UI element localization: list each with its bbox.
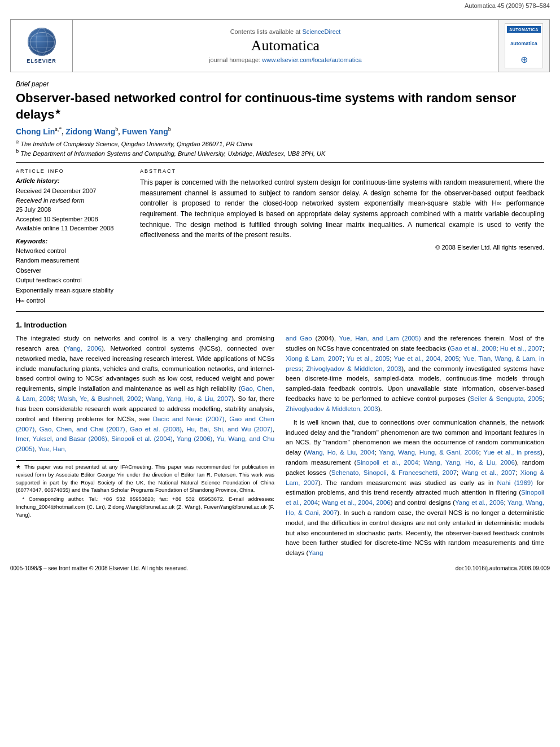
received-date: Received 24 December 2007 bbox=[16, 186, 129, 196]
elsevier-globe-icon bbox=[28, 28, 56, 56]
homepage-link[interactable]: www.elsevier.com/locate/automatica bbox=[262, 56, 362, 63]
copyright-line: © 2008 Elsevier Ltd. All rights reserved… bbox=[140, 244, 544, 251]
elsevier-logo: ELSEVIER bbox=[11, 20, 73, 72]
section-1: 1. Introduction The integrated study on … bbox=[16, 321, 544, 558]
section-1-col2-p1: and Gao (2004), Yue, Han, and Lam (2005)… bbox=[286, 334, 544, 414]
citation-line: Automatica 45 (2009) 578–584 bbox=[0, 0, 560, 9]
keywords-label: Keywords: bbox=[16, 238, 129, 244]
svg-point-0 bbox=[28, 28, 55, 55]
article-info-column: ARTICLE INFO Article history: Received 2… bbox=[16, 168, 129, 305]
section-1-col2-p2: It is well known that, due to connection… bbox=[286, 418, 544, 558]
journal-title-main: Automatica bbox=[251, 37, 320, 54]
available-online-date: Available online 11 December 2008 bbox=[16, 224, 129, 233]
article-type-label: Brief paper bbox=[16, 80, 544, 88]
sciencedirect-line: Contents lists available at ScienceDirec… bbox=[230, 28, 341, 35]
sciencedirect-link[interactable]: ScienceDirect bbox=[302, 28, 340, 35]
keyword-observer: Observer bbox=[16, 266, 129, 276]
section-1-col1: The integrated study on networks and con… bbox=[16, 334, 274, 558]
keyword-output-feedback: Output feedback control bbox=[16, 276, 129, 286]
keyword-hinf: H∞ control bbox=[16, 296, 129, 306]
author-chong-lin-sup: a,* bbox=[55, 126, 62, 132]
journal-logo-right: AUTOMATICA automatica ⊕ bbox=[498, 20, 549, 72]
article-info-abstract-section: ARTICLE INFO Article history: Received 2… bbox=[16, 168, 544, 305]
bottom-bar: 0005-1098/$ – see front matter © 2008 El… bbox=[10, 565, 550, 571]
received-revised-label: Received in revised form bbox=[16, 196, 129, 206]
issn-line: 0005-1098/$ – see front matter © 2008 El… bbox=[10, 565, 188, 571]
divider-after-abstract bbox=[16, 311, 544, 312]
paper-title: Observer-based networked control for con… bbox=[16, 90, 544, 123]
section-1-title: 1. Introduction bbox=[16, 321, 544, 329]
paper-content: Brief paper Observer-based networked con… bbox=[10, 80, 550, 558]
section-1-col1-p1: The integrated study on networks and con… bbox=[16, 334, 274, 455]
svg-point-1 bbox=[36, 28, 47, 55]
section-1-col2: and Gao (2004), Yue, Han, and Lam (2005)… bbox=[286, 334, 544, 558]
author-zidong-wang[interactable]: Zidong Wang bbox=[65, 127, 115, 136]
article-info-header: ARTICLE INFO bbox=[16, 168, 129, 174]
homepage-line: journal homepage: www.elsevier.com/locat… bbox=[209, 56, 362, 63]
accepted-date: Accepted 10 September 2008 bbox=[16, 215, 129, 224]
abstract-header: ABSTRACT bbox=[140, 168, 544, 174]
elsevier-wordmark: ELSEVIER bbox=[27, 58, 56, 64]
affiliation-a: a The Institute of Complexity Science, Q… bbox=[16, 139, 544, 147]
journal-center-info: Contents lists available at ScienceDirec… bbox=[73, 20, 498, 72]
automatica-logo-box: AUTOMATICA automatica ⊕ bbox=[505, 23, 543, 68]
abstract-text: This paper is concerned with the network… bbox=[140, 177, 544, 241]
authors-line: Chong Lina,*, Zidong Wangb, Fuwen Yangb bbox=[16, 126, 544, 137]
received-revised-date: 25 July 2008 bbox=[16, 205, 129, 215]
doi-line: doi:10.1016/j.automatica.2008.09.009 bbox=[456, 565, 550, 571]
journal-header: ELSEVIER Contents lists available at Sci… bbox=[10, 19, 550, 72]
author-fuwen-yang[interactable]: Fuwen Yang bbox=[122, 127, 168, 136]
section-1-body: The integrated study on networks and con… bbox=[16, 334, 544, 558]
author-chong-lin[interactable]: Chong Lin bbox=[16, 127, 55, 136]
article-history-label: Article history: bbox=[16, 177, 129, 184]
keyword-networked-control: Networked control bbox=[16, 246, 129, 256]
logo-middle-text: automatica bbox=[510, 41, 537, 47]
affiliation-b: b The Department of Information Systems … bbox=[16, 148, 544, 157]
elsevier-tree-icon: ⊕ bbox=[518, 54, 530, 65]
keyword-mean-square: Exponentially mean-square stability bbox=[16, 286, 129, 296]
footnote-divider bbox=[16, 460, 119, 461]
abstract-column: ABSTRACT This paper is concerned with th… bbox=[140, 168, 544, 305]
author-fuwen-yang-sup: b bbox=[168, 126, 171, 132]
keyword-random-measurement: Random measurement bbox=[16, 256, 129, 266]
divider-after-affiliations bbox=[16, 162, 544, 163]
author-zidong-wang-sup: b bbox=[115, 126, 118, 132]
footnote-1: ★ This paper was not presented at any IF… bbox=[16, 463, 274, 518]
logo-top-bar: AUTOMATICA bbox=[507, 26, 541, 33]
